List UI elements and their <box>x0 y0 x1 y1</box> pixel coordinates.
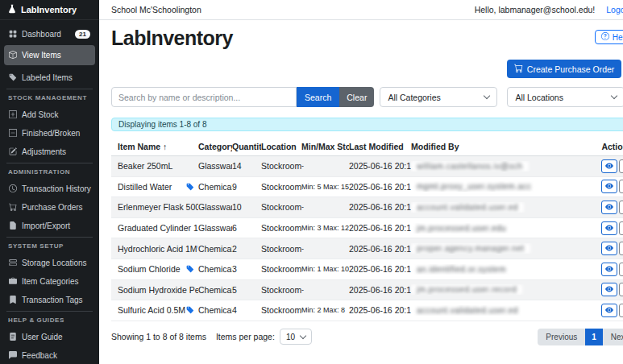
view-item-button[interactable] <box>601 283 617 296</box>
table-row: Erlenmeyer Flask 500mLGlassware10Stockro… <box>111 197 623 218</box>
item-location: Stockroom 2 <box>261 161 301 171</box>
item-name: Sodium Hydroxide Pellets <box>118 285 198 295</box>
sidebar-item-transaction-history[interactable]: Transaction History <box>4 181 95 196</box>
sidebar-item-view-items[interactable]: View Items <box>4 45 95 65</box>
sidebar-item-add-stock[interactable]: Add Stock <box>4 107 95 122</box>
item-location: Stockroom 2 <box>261 223 301 233</box>
column-header-category[interactable]: Category <box>198 142 232 151</box>
item-settings-button[interactable] <box>619 304 623 317</box>
file-icon <box>9 221 17 231</box>
category-filter-select[interactable]: All Categories <box>380 87 497 107</box>
topbar: School Mc'Schoolington Hello, labmanager… <box>99 0 623 20</box>
showing-summary: Showing 1 to 8 of 8 items <box>111 332 206 341</box>
item-quantity: 5 <box>232 285 261 295</box>
modified-by-redacted: account.validated.user.ed <box>411 305 524 316</box>
view-item-button[interactable] <box>601 180 617 193</box>
item-settings-button[interactable] <box>619 159 623 173</box>
count-badge: 21 <box>75 30 90 39</box>
item-minmax: Min: 1 Max: 10 <box>301 265 349 273</box>
item-category: Chemicals <box>198 244 232 254</box>
item-settings-button[interactable] <box>619 263 623 276</box>
item-minmax: - <box>301 203 349 211</box>
item-name-cell: Graduated Cylinder 100mL <box>111 223 198 233</box>
column-header-minmax[interactable]: Min/Max Stock <box>301 142 349 151</box>
item-minmax: - <box>301 245 349 253</box>
column-header-last-modified[interactable]: Last Modified <box>349 142 411 151</box>
sidebar-item-storage-locations[interactable]: Storage Locations <box>4 255 95 271</box>
column-header-location[interactable]: Location <box>261 142 301 151</box>
item-settings-button[interactable] <box>619 221 623 235</box>
status-bar: Displaying items 1-8 of 8 <box>111 118 623 131</box>
item-category: Chemicals <box>198 264 232 274</box>
question-circle-icon <box>601 32 609 42</box>
item-action-cell <box>595 283 623 296</box>
item-settings-button[interactable] <box>619 180 623 193</box>
view-item-button[interactable] <box>601 304 617 317</box>
item-modified-by-cell: account.validated.user.ed <box>411 305 595 316</box>
item-action-cell <box>595 304 623 317</box>
item-quantity: 9 <box>232 182 261 192</box>
table-footer: Showing 1 to 8 of 8 items Items per page… <box>111 329 623 345</box>
school-name: School Mc'Schoolington <box>111 5 201 14</box>
item-name-cell: Beaker 250mL <box>111 161 198 171</box>
item-location: Stockroom 1 <box>261 244 301 254</box>
clock-icon <box>9 184 17 194</box>
status-bar-text: Displaying items 1-8 of 8 <box>118 120 207 129</box>
column-header-item-name[interactable]: Item Name ↑ <box>111 142 198 151</box>
per-page-select[interactable]: 10 <box>280 329 312 345</box>
bookmark-icon <box>9 296 17 305</box>
sidebar: LabInventory Dashboard21View ItemsLabele… <box>0 0 99 364</box>
sidebar-item-labeled-items[interactable]: Labeled Items <box>4 70 95 85</box>
sidebar-item-adjustments[interactable]: Adjustments <box>4 144 95 159</box>
sidebar-item-user-guide[interactable]: User Guide <box>4 329 95 345</box>
previous-page-button[interactable]: Previous <box>538 329 585 345</box>
modified-by-redacted: proper.agency.manager.net <box>411 243 530 254</box>
item-name: Hydrochloric Acid 1M <box>118 244 197 254</box>
item-location: Stockroom 2 <box>261 182 301 192</box>
item-name: Erlenmeyer Flask 500mL <box>118 202 198 212</box>
item-settings-button[interactable] <box>619 242 623 255</box>
view-item-button[interactable] <box>601 159 617 173</box>
item-settings-button[interactable] <box>619 283 623 296</box>
sidebar-item-import-export[interactable]: Import/Export <box>4 218 95 234</box>
column-header-modified-by[interactable]: Modified By <box>411 142 595 151</box>
modified-by-redacted: mgmt.proxy_user.system.acc <box>411 181 537 192</box>
sidebar-item-transaction-tags[interactable]: Transaction Tags <box>4 292 95 308</box>
sidebar-item-item-categories[interactable]: Item Categories <box>4 274 95 289</box>
search-button[interactable]: Search <box>297 87 339 107</box>
item-last-modified: 2025-06-16 20:12:20 <box>349 285 411 295</box>
create-purchase-order-button[interactable]: Create Purchase Order <box>507 60 622 78</box>
view-item-button[interactable] <box>601 263 617 276</box>
per-page-label: Items per page: <box>216 332 275 341</box>
location-filter-select[interactable]: All Locations <box>507 87 623 107</box>
view-item-button[interactable] <box>601 242 617 255</box>
flask-icon <box>7 4 17 15</box>
item-last-modified: 2025-06-16 20:12:20 <box>349 264 411 274</box>
tag-icon <box>186 265 194 273</box>
item-quantity: 4 <box>232 305 261 315</box>
search-input[interactable] <box>111 87 297 107</box>
sidebar-section-header: HELP & GUIDES <box>6 311 93 326</box>
view-item-button[interactable] <box>601 221 617 235</box>
sidebar-item-dashboard[interactable]: Dashboard21 <box>4 27 95 42</box>
view-item-button[interactable] <box>601 201 617 214</box>
item-last-modified: 2025-06-16 20:12:20 <box>349 161 411 171</box>
help-button[interactable]: Help <box>595 30 623 44</box>
sidebar-item-purchase-orders[interactable]: Purchase Orders <box>4 200 95 215</box>
logout-link[interactable]: Logout <box>606 5 623 14</box>
sidebar-item-finished-broken[interactable]: Finished/Broken <box>4 126 95 141</box>
item-location: Stockroom 2 <box>261 202 301 212</box>
modified-by-redacted: jm.processed.user.record <box>411 284 522 295</box>
item-name-cell: Erlenmeyer Flask 500mL <box>111 202 198 212</box>
briefcase-icon <box>9 277 17 287</box>
next-page-button[interactable]: Next <box>603 329 623 345</box>
eye-icon <box>605 201 613 213</box>
page-1-button[interactable]: 1 <box>585 329 603 345</box>
column-header-quantity[interactable]: Quantity <box>232 142 261 151</box>
tag-icon <box>186 183 194 191</box>
clear-button[interactable]: Clear <box>339 87 374 107</box>
item-settings-button[interactable] <box>619 201 623 214</box>
item-location: Stockroom 1 <box>261 264 301 274</box>
item-modified-by-cell: mgmt.proxy_user.system.acc <box>411 181 595 192</box>
sidebar-item-feedback[interactable]: Feedback <box>4 348 95 363</box>
